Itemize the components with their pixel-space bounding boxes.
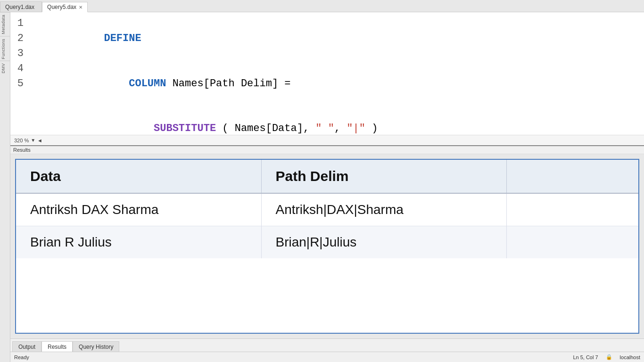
sidebar-item-metadata[interactable]: Metadata [0, 12, 10, 36]
col-header-extra [506, 160, 638, 193]
tab-query-history-label: Query History [79, 344, 113, 350]
cell-data-1: Antriksh DAX Sharma [16, 193, 261, 226]
line-number-4: 4 [16, 61, 24, 76]
status-ready: Ready [14, 354, 29, 360]
app-statusbar: Ready Ln 5, Col 7 🔒 localhost [10, 352, 644, 362]
code-line-1: DEFINE [29, 16, 644, 61]
string-space: " " [315, 123, 334, 134]
results-table-wrapper: Data Path Delim Antriksh DAX Sharma Antr… [15, 159, 639, 334]
cell-extra-1 [506, 193, 638, 226]
cell-extra-2 [506, 226, 638, 259]
line-number-1: 1 [16, 16, 24, 31]
code-editor[interactable]: 1 2 3 4 5 DEFINE COLUMN Names[Path Delim… [10, 12, 644, 135]
sidebar: Metadata Functions DMV [0, 12, 10, 362]
cursor-position: Ln 5, Col 7 [573, 354, 598, 360]
code-line-3: SUBSTITUTE ( Names[Data], " ", "|" ) [29, 106, 644, 135]
main-layout: Metadata Functions DMV 1 2 3 4 5 DEFINE [0, 12, 644, 362]
scroll-arrow-icon[interactable]: ◄ [37, 138, 42, 143]
col-header-data: Data [16, 160, 261, 193]
tab-output-label: Output [18, 344, 35, 350]
sidebar-item-functions[interactable]: Functions [0, 36, 10, 61]
editor-section: 1 2 3 4 5 DEFINE COLUMN Names[Path Delim… [10, 12, 644, 362]
results-label: Results [10, 146, 644, 154]
line-number-2: 2 [16, 31, 24, 46]
bottom-tab-bar: Output Results Query History [10, 338, 644, 352]
connection-lock-icon: 🔒 [606, 354, 612, 360]
tab-query5-close[interactable]: ✕ [79, 5, 83, 10]
table-header-row: Data Path Delim [16, 160, 638, 193]
table-row: Antriksh DAX Sharma Antriksh|DAX|Sharma [16, 193, 638, 226]
tab-results[interactable]: Results [41, 341, 73, 352]
connection-server: localhost [620, 354, 640, 360]
tab-query1-label: Query1.dax [5, 4, 34, 10]
tab-results-label: Results [48, 344, 66, 350]
tab-query5-label: Query5.dax [47, 4, 76, 10]
cell-pathdelim-1: Antriksh|DAX|Sharma [261, 193, 506, 226]
results-table: Data Path Delim Antriksh DAX Sharma Antr… [16, 160, 638, 258]
table-row: Brian R Julius Brian|R|Julius [16, 226, 638, 259]
zoom-level: 320 % [14, 138, 29, 143]
sidebar-item-dmv[interactable]: DMV [0, 61, 10, 75]
statusbar-right: Ln 5, Col 7 🔒 localhost [573, 354, 640, 360]
cell-pathdelim-2: Brian|R|Julius [261, 226, 506, 259]
line-numbers: 1 2 3 4 5 [10, 16, 29, 131]
tab-bar: Query1.dax Query5.dax ✕ [0, 0, 644, 12]
zoom-arrow-icon[interactable]: ▼ [31, 138, 35, 143]
code-line-2: COLUMN Names[Path Delim] = [29, 61, 644, 107]
results-panel: Results Data Path Delim [10, 145, 644, 338]
editor-statusbar: 320 % ▼ ◄ [10, 135, 644, 145]
results-content: Data Path Delim Antriksh DAX Sharma Antr… [10, 154, 644, 338]
line-number-3: 3 [16, 46, 24, 61]
keyword-substitute: SUBSTITUTE [154, 123, 216, 134]
tab-query1[interactable]: Query1.dax [0, 1, 42, 12]
line-number-5: 5 [16, 76, 24, 91]
tab-query-history[interactable]: Query History [73, 341, 119, 352]
code-lines: DEFINE COLUMN Names[Path Delim] = SUBSTI… [29, 16, 644, 131]
tab-query5[interactable]: Query5.dax ✕ [42, 2, 88, 12]
cell-data-2: Brian R Julius [16, 226, 261, 259]
col-header-pathdelim: Path Delim [261, 160, 506, 193]
keyword-define: DEFINE [104, 33, 141, 44]
string-pipe: "|" [347, 123, 365, 134]
tab-output[interactable]: Output [12, 341, 41, 352]
editor-container[interactable]: 1 2 3 4 5 DEFINE COLUMN Names[Path Delim… [10, 12, 644, 135]
keyword-column: COLUMN [129, 78, 166, 90]
